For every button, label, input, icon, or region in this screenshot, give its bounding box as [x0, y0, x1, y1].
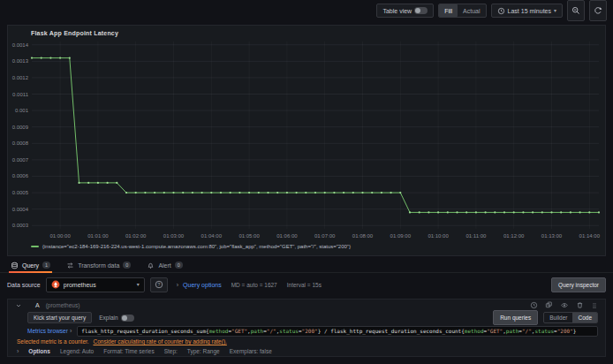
query-options-link: Query options: [183, 282, 222, 288]
chevron-down-icon: ▾: [554, 8, 556, 13]
editor-tabs: Query 1 Transform data 0 Alert 0: [0, 258, 613, 273]
builder-code-segment: Builder Code: [543, 312, 598, 323]
svg-text:01:02:00: 01:02:00: [125, 233, 147, 239]
svg-text:01:01:00: 01:01:00: [87, 233, 109, 239]
explain-toggle[interactable]: Explain: [99, 315, 133, 322]
fill-button[interactable]: Fill: [439, 4, 458, 17]
panel-title: Flask App Endpoint Latency: [31, 30, 118, 36]
metrics-browser-link[interactable]: Metrics browser ›: [27, 328, 72, 334]
options-type-summary: Type: Range: [187, 348, 220, 354]
table-view-toggle[interactable]: Table view: [377, 4, 433, 17]
bell-icon: [147, 262, 155, 269]
options-toggle[interactable]: Options: [28, 348, 50, 354]
legend-series-label: {instance="ec2-184-169-216-224.us-west-1…: [42, 244, 351, 249]
time-range-label: Last 15 minutes: [508, 8, 551, 14]
tab-transform-badge: 0: [123, 262, 131, 269]
datasource-bar: Data source prometheus ▾ ? › Query optio…: [7, 276, 606, 293]
promql-expression-input[interactable]: flask_http_request_duration_seconds_sum{…: [77, 326, 598, 337]
chevron-right-icon: ›: [177, 282, 178, 288]
svg-text:01:12:00: 01:12:00: [503, 233, 525, 239]
remove-query-trash-icon[interactable]: [576, 301, 584, 309]
query-ref-id: A: [35, 302, 40, 308]
svg-text:0.0014: 0.0014: [12, 42, 29, 48]
svg-text:01:03:00: 01:03:00: [163, 233, 185, 239]
question-circle-icon: ?: [155, 280, 163, 289]
svg-text:0.0006: 0.0006: [12, 173, 29, 178]
query-row-toolbar-right: Run queries Builder Code: [493, 310, 598, 325]
datasource-help-button[interactable]: ?: [150, 277, 168, 292]
builder-option[interactable]: Builder: [544, 313, 572, 322]
tab-alert-label: Alert: [158, 262, 170, 269]
zoom-out-button[interactable]: [567, 0, 585, 21]
tab-transform-label: Transform data: [78, 262, 119, 269]
time-range-group: Last 15 minutes ▾: [491, 4, 563, 18]
query-history-icon[interactable]: [530, 301, 538, 309]
query-options-toggle[interactable]: › Query options: [177, 282, 222, 288]
counter-warning: Selected metric is a counter. Consider c…: [8, 337, 605, 346]
svg-text:0.001: 0.001: [15, 108, 29, 113]
kick-start-query-button[interactable]: Kick start your query: [27, 312, 92, 323]
code-option[interactable]: Code: [572, 313, 597, 322]
run-queries-button[interactable]: Run queries: [493, 310, 538, 325]
svg-text:01:06:00: 01:06:00: [276, 233, 298, 239]
query-expression: flask_http_request_duration_seconds_sum{…: [81, 328, 576, 334]
refresh-button[interactable]: [589, 0, 607, 21]
time-series-panel: Flask App Endpoint Latency 0.00140.00130…: [7, 25, 606, 256]
options-exemplars-summary: Exemplars: false: [230, 348, 272, 354]
query-row-actions: [530, 301, 598, 310]
datasource-picker[interactable]: prometheus ▾: [46, 277, 145, 292]
svg-text:01:05:00: 01:05:00: [238, 233, 260, 239]
hide-response-eye-icon[interactable]: [560, 301, 569, 309]
tab-transform-data[interactable]: Transform data 0: [66, 258, 131, 272]
panel-edit-toolbar: Table view Fill Actual Last 15 minutes ▾: [0, 0, 613, 21]
svg-text:01:11:00: 01:11:00: [465, 233, 487, 239]
warning-text: Selected metric is a counter.: [17, 338, 89, 345]
table-view-switch[interactable]: [414, 7, 428, 14]
legend-item[interactable]: {instance="ec2-184-169-216-224.us-west-1…: [31, 244, 351, 249]
tab-query[interactable]: Query 1: [11, 258, 50, 272]
zoom-out-icon: [571, 6, 580, 15]
prometheus-icon: [51, 280, 60, 289]
collapse-chevron-icon[interactable]: [15, 302, 22, 309]
duplicate-query-icon[interactable]: [545, 301, 553, 309]
tab-alert[interactable]: Alert 0: [147, 258, 182, 272]
query-row-toolbar: Kick start your query Explain Run querie…: [8, 311, 605, 325]
svg-text:01:04:00: 01:04:00: [201, 233, 223, 239]
refresh-icon: [594, 6, 602, 15]
actual-button[interactable]: Actual: [458, 4, 485, 17]
svg-text:?: ?: [157, 282, 160, 287]
svg-text:0.0011: 0.0011: [12, 92, 29, 97]
svg-text:01:14:00: 01:14:00: [579, 233, 601, 239]
svg-text:01:10:00: 01:10:00: [428, 233, 449, 239]
svg-text:0.0003: 0.0003: [12, 223, 29, 228]
table-view-group: Table view: [376, 4, 434, 18]
svg-text:0.0012: 0.0012: [12, 75, 29, 80]
options-legend-summary: Legend: Auto: [60, 348, 94, 354]
query-row-card: A (prometheus) Kick start your query: [7, 299, 606, 357]
datasource-value: prometheus: [64, 282, 96, 288]
legend-series-swatch: [31, 246, 39, 247]
table-view-label: Table view: [382, 8, 412, 14]
svg-text:0.0009: 0.0009: [12, 125, 29, 130]
fill-actual-segment: Fill Actual: [438, 4, 486, 18]
grafana-panel-edit-screen: { "toolbar": { "table_view_label": "Tabl…: [0, 0, 613, 364]
chevron-down-icon: ▾: [137, 282, 140, 287]
chart-canvas[interactable]: 0.00140.00130.00120.00110.0010.00090.000…: [9, 36, 604, 243]
time-range-picker[interactable]: Last 15 minutes ▾: [492, 4, 562, 17]
explain-switch[interactable]: [121, 315, 134, 322]
interval-summary: Interval = 15s: [287, 282, 322, 288]
options-format-summary: Format: Time series: [103, 348, 154, 354]
svg-text:01:07:00: 01:07:00: [314, 233, 336, 239]
database-icon: [11, 262, 19, 269]
svg-text:01:13:00: 01:13:00: [541, 233, 563, 239]
tab-query-label: Query: [22, 262, 39, 269]
svg-text:01:09:00: 01:09:00: [390, 233, 412, 239]
query-inspector-button[interactable]: Query inspector: [551, 277, 606, 292]
svg-text:0.0008: 0.0008: [12, 140, 29, 146]
svg-text:0.0007: 0.0007: [12, 157, 29, 163]
datasource-label: Data source: [7, 282, 41, 288]
drag-handle-icon[interactable]: [591, 301, 598, 310]
explain-label: Explain: [99, 315, 117, 321]
clock-icon: [497, 7, 505, 15]
warning-hint-link[interactable]: Consider calculating rate of counter by …: [93, 338, 226, 345]
